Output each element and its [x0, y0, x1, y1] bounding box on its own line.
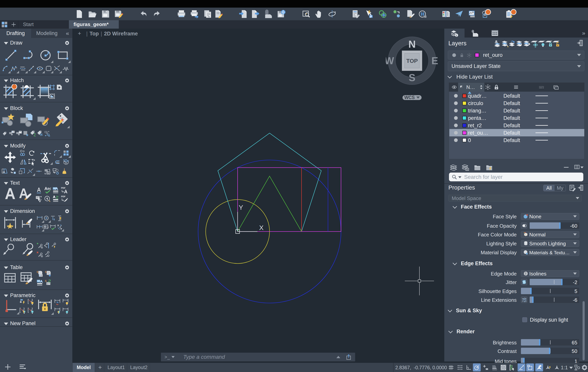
tool-button-s-sync[interactable]: S [45, 279, 52, 286]
tool-button-constraint-L[interactable] [4, 299, 18, 313]
annotation-scale-arrow-icon[interactable] [569, 367, 573, 369]
tool-button-dim-lock[interactable] [37, 298, 52, 314]
palette-footer-plus-button[interactable] [4, 363, 12, 371]
tool-button-flag-bolt[interactable] [20, 298, 26, 305]
layer-tool-layer-unlock[interactable] [552, 40, 560, 47]
tool-button-s-down[interactable]: S [45, 270, 52, 278]
command-history-caret-icon[interactable] [171, 356, 175, 358]
layer-on-dot-icon[interactable] [454, 138, 458, 142]
tool-button-tag-sync[interactable] [30, 130, 36, 137]
status-toggle-lineweight[interactable] [491, 363, 499, 372]
status-toggle-grid-hash[interactable] [447, 363, 455, 372]
palette-collapse-button[interactable]: « [63, 29, 72, 38]
palette-tab-tab-xref[interactable] [464, 29, 485, 38]
toolbar-button-new[interactable] [75, 10, 84, 19]
drawing-tab-active[interactable]: figuras_geom* [69, 20, 119, 29]
property-slider-line-extensions[interactable]: -6 [530, 297, 579, 303]
layer-tool-layer-current[interactable] [494, 40, 502, 47]
tool-button-pdf-wrench[interactable]: PDF [61, 195, 68, 202]
layers-footer-minus-button[interactable] [563, 164, 570, 171]
status-toggle-snap-dots[interactable] [456, 363, 464, 372]
layer-on-dot-icon[interactable] [454, 131, 458, 135]
layer-state-dropdown[interactable]: Unsaved Layer State [448, 61, 584, 71]
toolbar-button-gallery[interactable] [467, 10, 476, 19]
toolbar-button-tool-sets[interactable] [392, 10, 401, 19]
tool-button-text-justify[interactable] [35, 195, 42, 202]
tool-button-dim-bulb-y[interactable] [62, 298, 69, 305]
layer-header-dash-line-icon[interactable] [538, 84, 544, 90]
tool-button-leader-brush[interactable] [21, 243, 34, 257]
tool-button-dim-burst[interactable] [3, 216, 17, 230]
tool-button-mirror[interactable] [20, 159, 27, 165]
tool-button-join[interactable] [36, 168, 42, 175]
property-dropdown-face-color-mode[interactable]: Normal [521, 231, 579, 238]
tool-button-dim-sync[interactable] [54, 298, 61, 305]
toolbar-button-page-setup[interactable] [214, 10, 223, 19]
toolbar-button-undo[interactable] [139, 10, 148, 19]
toolbar-button-preview[interactable] [203, 10, 212, 19]
tool-button-square-plus[interactable] [23, 130, 29, 137]
current-layer-dropdown[interactable]: ret_ouro [448, 51, 584, 59]
layer-color-swatch[interactable] [462, 101, 466, 105]
disclosure-triangle-icon[interactable] [4, 295, 8, 297]
toolbar-button-export[interactable] [251, 10, 260, 19]
toolbar-button-count[interactable] [418, 10, 427, 19]
status-toggle-transparency[interactable] [500, 363, 507, 372]
layer-row-0[interactable]: 0Default [449, 136, 584, 144]
layer-search-field[interactable]: Search for layer [449, 173, 583, 181]
status-toggle-ortho[interactable] [465, 363, 472, 372]
section-gear-button[interactable] [64, 40, 70, 46]
property-slider-brightness[interactable]: 65 [521, 339, 579, 346]
tool-button-block-replace[interactable] [44, 130, 51, 137]
status-toggle-anno-auto[interactable] [544, 363, 552, 372]
slider-icon-opacity[interactable] [521, 222, 527, 229]
layer-row-penta[interactable]: penta…Default [449, 114, 584, 122]
tool-button-broom[interactable] [61, 168, 68, 175]
tool-button-line[interactable] [4, 49, 18, 62]
wcs-selector[interactable]: WCS [402, 95, 421, 100]
layer-tool-layer-prev[interactable] [508, 40, 516, 47]
disclosure-triangle-icon[interactable] [4, 266, 8, 269]
toolbar-button-quick-select[interactable] [364, 10, 373, 19]
disclosure-triangle-icon[interactable] [4, 42, 8, 44]
tool-button-text-find[interactable] [44, 195, 51, 202]
section-chevron-icon[interactable] [448, 329, 453, 333]
hide-layer-list-toggle[interactable]: Hide Layer List [449, 74, 493, 80]
section-gear-button[interactable] [64, 78, 70, 84]
tool-button-spline[interactable] [62, 65, 69, 72]
tool-button-offset[interactable] [54, 159, 61, 165]
layers-footer-folder-button[interactable] [473, 163, 481, 171]
layer-row-ret_r2[interactable]: ret_r2Default [449, 122, 584, 129]
annotation-scale-value[interactable]: 1:1 [561, 365, 568, 371]
tool-button-circle[interactable] [39, 49, 52, 62]
layout-tab-1[interactable]: Layout1 [105, 363, 127, 372]
tool-button-move-3d[interactable] [10, 168, 17, 175]
tool-button-boundary[interactable] [49, 84, 55, 91]
tool-button-leader[interactable] [2, 244, 14, 256]
palette-tab-tab-layers[interactable]: i [444, 29, 464, 38]
tool-button-spell[interactable]: BC [44, 187, 51, 194]
status-toggle-osnap[interactable] [482, 363, 490, 372]
space-selector-dropdown[interactable]: Model Space [448, 195, 582, 202]
tool-button-block-save[interactable] [16, 130, 22, 137]
property-dropdown-material-display[interactable]: Materials & Texture… [521, 249, 579, 256]
layer-header-eye-icon[interactable] [451, 84, 457, 90]
filter-my-button[interactable]: My [555, 185, 566, 191]
tool-button-table[interactable] [3, 271, 16, 284]
tool-button-text-brush[interactable] [18, 187, 32, 200]
tool-button-leader-add[interactable] [36, 242, 43, 249]
command-input[interactable]: Type a command [183, 354, 336, 360]
tool-button-text-under[interactable] [35, 187, 42, 194]
palette-tab-modeling[interactable]: Modeling [31, 29, 63, 38]
section-gear-button[interactable] [64, 106, 70, 111]
toolbar-button-share[interactable] [455, 10, 463, 19]
layer-on-dot-icon[interactable] [454, 124, 458, 127]
slider-thumb[interactable] [559, 222, 561, 229]
toolbar-button-match-props[interactable] [406, 10, 415, 19]
tool-button-select-plus[interactable] [28, 158, 35, 166]
viewcube-compass[interactable]: NWESTOP [386, 34, 438, 87]
section-gear-button[interactable] [64, 143, 70, 149]
property-dropdown-lighting-style[interactable]: Smooth Lighting [521, 240, 579, 247]
property-slider-jitter[interactable]: -2 [530, 279, 579, 285]
palette-tab-drafting[interactable]: Drafting [0, 29, 31, 38]
